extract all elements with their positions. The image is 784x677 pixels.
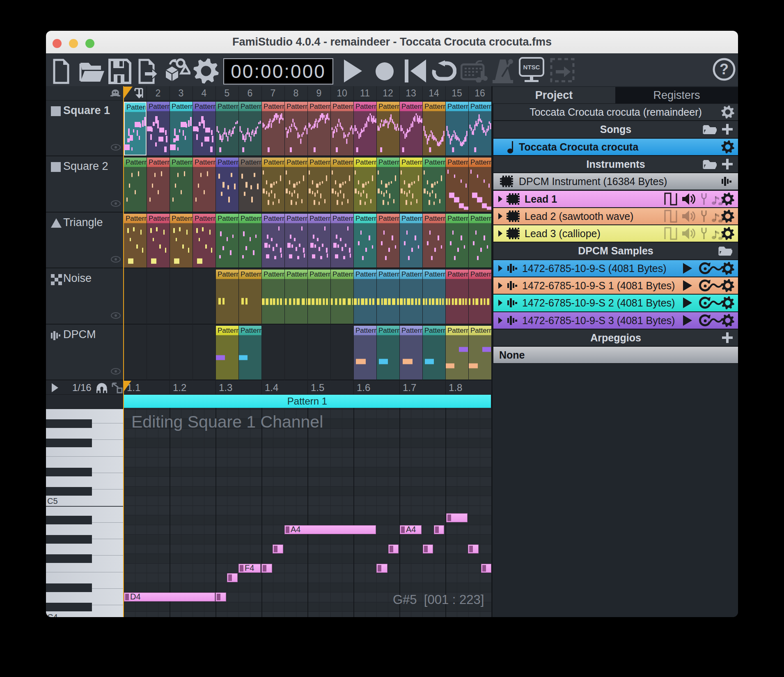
svg-text:?: ?: [720, 61, 729, 78]
svg-text:NTSC: NTSC: [523, 64, 540, 71]
